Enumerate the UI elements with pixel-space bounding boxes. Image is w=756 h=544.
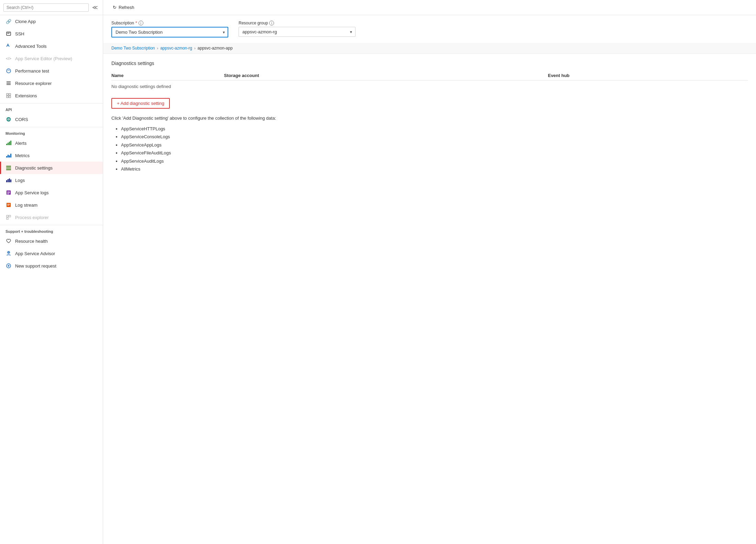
performance-test-icon xyxy=(6,68,12,74)
svg-rect-35 xyxy=(7,204,10,205)
process-explorer-label: Process explorer xyxy=(15,215,49,220)
refresh-button[interactable]: ↻ Refresh xyxy=(110,3,137,11)
section-label-api: API xyxy=(0,103,103,113)
sidebar-item-app-service-editor: </>App Service Editor (Preview) xyxy=(0,52,103,65)
sidebar-collapse-button[interactable]: ≪ xyxy=(91,3,99,12)
diagnostics-table: Name Storage account Event hub No diagno… xyxy=(111,71,748,93)
toolbar: ↻ Refresh xyxy=(103,0,756,15)
sidebar-item-clone-app[interactable]: 🔗Clone App xyxy=(0,15,103,28)
ssh-label: SSH xyxy=(15,31,24,36)
subscription-required: * xyxy=(135,21,137,25)
search-input[interactable] xyxy=(3,3,89,12)
resource-explorer-label: Resource explorer xyxy=(15,81,52,86)
app-service-logs-icon xyxy=(6,189,12,196)
sidebar-item-app-service-logs[interactable]: App Service logs xyxy=(0,186,103,199)
clone-app-icon: 🔗 xyxy=(6,18,12,24)
app-service-advisor-icon xyxy=(6,250,12,257)
advanced-tools-icon xyxy=(6,43,12,49)
svg-rect-1 xyxy=(7,33,10,33)
sidebar-item-new-support-request[interactable]: New support request xyxy=(0,260,103,272)
sidebar-item-resource-health[interactable]: Resource health xyxy=(0,235,103,247)
diagnostic-settings-icon xyxy=(6,165,12,171)
data-types-list: AppServiceHTTPLogsAppServiceConsoleLogsA… xyxy=(121,125,748,173)
svg-rect-36 xyxy=(7,205,9,206)
add-diagnostic-setting-button[interactable]: + Add diagnostic setting xyxy=(111,98,170,109)
content-area: Diagnostics settings Name Storage accoun… xyxy=(103,54,756,544)
svg-rect-29 xyxy=(10,179,11,182)
svg-rect-17 xyxy=(9,142,10,145)
svg-rect-27 xyxy=(8,179,9,182)
svg-rect-25 xyxy=(6,169,11,170)
svg-rect-32 xyxy=(7,193,10,193)
svg-rect-23 xyxy=(6,166,11,167)
svg-point-41 xyxy=(8,252,9,253)
section-title: Diagnostics settings xyxy=(111,61,748,66)
svg-rect-33 xyxy=(7,194,9,194)
cors-icon xyxy=(6,116,12,122)
svg-rect-5 xyxy=(7,81,11,82)
main-content: ↻ Refresh Subscription * i Demo Two Subs… xyxy=(103,0,756,544)
subscription-select[interactable]: Demo Two Subscription xyxy=(111,27,228,37)
extensions-icon xyxy=(6,93,12,99)
performance-test-label: Performance test xyxy=(15,68,49,74)
svg-rect-15 xyxy=(6,144,7,145)
col-name: Name xyxy=(111,71,224,80)
breadcrumb-link-0[interactable]: Demo Two Subscription xyxy=(111,46,155,51)
subscription-select-wrapper: Demo Two Subscription ▾ xyxy=(111,27,228,37)
sidebar-item-cors[interactable]: CORS xyxy=(0,113,103,126)
svg-rect-37 xyxy=(7,215,8,217)
resource-group-select[interactable]: appsvc-azmon-rg xyxy=(239,27,355,37)
data-type-item: AppServiceFileAuditLogs xyxy=(121,149,748,157)
instructions-text: Click 'Add Diagnostic setting' above to … xyxy=(111,116,748,121)
subscription-info-icon: i xyxy=(139,21,143,25)
svg-rect-26 xyxy=(6,180,7,182)
sidebar-item-app-service-advisor[interactable]: App Service Advisor xyxy=(0,247,103,260)
sidebar-item-logs[interactable]: Logs xyxy=(0,174,103,186)
section-label-support-+-troubleshooting: Support + troubleshooting xyxy=(0,225,103,235)
sidebar-item-performance-test[interactable]: Performance test xyxy=(0,65,103,77)
data-type-item: AppServiceAuditLogs xyxy=(121,157,748,165)
svg-rect-38 xyxy=(9,215,11,217)
refresh-label: Refresh xyxy=(119,5,134,10)
new-support-request-label: New support request xyxy=(15,263,56,269)
sidebar-item-resource-explorer[interactable]: Resource explorer xyxy=(0,77,103,89)
empty-message: No diagnostic settings defined xyxy=(111,80,748,93)
sidebar-item-extensions[interactable]: Extensions xyxy=(0,89,103,102)
svg-rect-20 xyxy=(8,155,9,157)
svg-rect-2 xyxy=(7,33,9,34)
resource-explorer-icon xyxy=(6,80,12,86)
resource-group-group: Resource group i appsvc-azmon-rg ▾ xyxy=(239,21,355,37)
svg-rect-16 xyxy=(8,143,9,145)
sidebar-item-alerts[interactable]: Alerts xyxy=(0,137,103,149)
data-type-item: AppServiceHTTPLogs xyxy=(121,125,748,133)
col-storage: Storage account xyxy=(224,71,548,80)
data-type-item: AppServiceAppLogs xyxy=(121,141,748,149)
svg-rect-21 xyxy=(9,155,10,157)
diagnostic-settings-label: Diagnostic settings xyxy=(15,165,53,171)
resource-group-select-wrapper: appsvc-azmon-rg ▾ xyxy=(239,27,355,37)
svg-rect-8 xyxy=(7,94,8,95)
sidebar-item-process-explorer: Process explorer xyxy=(0,211,103,224)
data-type-item: AllMetrics xyxy=(121,165,748,173)
sidebar-item-diagnostic-settings[interactable]: Diagnostic settings xyxy=(0,162,103,174)
sidebar-item-ssh[interactable]: SSH xyxy=(0,28,103,40)
logs-label: Logs xyxy=(15,178,25,183)
svg-rect-7 xyxy=(7,84,11,85)
col-eventhub: Event hub xyxy=(548,71,748,80)
clone-app-label: Clone App xyxy=(15,19,36,24)
sidebar-item-log-stream[interactable]: Log stream xyxy=(0,199,103,211)
breadcrumb: Demo Two Subscription›appsvc-azmon-rg›ap… xyxy=(103,43,756,54)
svg-rect-9 xyxy=(9,94,11,95)
resource-group-label: Resource group i xyxy=(239,21,355,25)
subscription-group: Subscription * i Demo Two Subscription ▾ xyxy=(111,21,228,37)
sidebar-content: 🔗Clone AppSSHAdvanced Tools</>App Servic… xyxy=(0,15,103,544)
svg-rect-6 xyxy=(7,83,11,84)
alerts-icon xyxy=(6,140,12,146)
log-stream-label: Log stream xyxy=(15,203,37,208)
logs-icon xyxy=(6,177,12,183)
app-service-logs-label: App Service logs xyxy=(15,190,49,195)
breadcrumb-link-1[interactable]: appsvc-azmon-rg xyxy=(160,46,192,51)
sidebar-item-metrics[interactable]: Metrics xyxy=(0,149,103,162)
ssh-icon xyxy=(6,31,12,37)
sidebar-item-advanced-tools[interactable]: Advanced Tools xyxy=(0,40,103,52)
